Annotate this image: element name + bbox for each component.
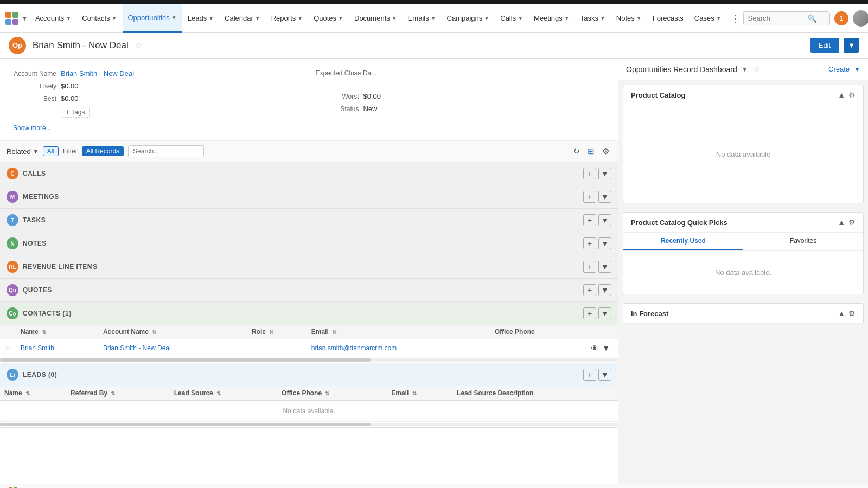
nav-contacts[interactable]: Contacts▼ [76,4,122,33]
nav-leads[interactable]: Leads▼ [182,4,219,33]
leads-more-button[interactable]: ▼ [598,369,611,381]
notification-badge[interactable]: 1 [834,11,848,25]
contacts-subpanel-header[interactable]: Co CONTACTS (1) + ▼ [0,302,618,325]
contacts-col-role[interactable]: Role ⇅ [247,325,307,339]
quotes-add-button[interactable]: + [583,284,596,296]
nav-more-button[interactable]: ⋮ [727,12,743,24]
worst-value: $0.00 [363,92,381,100]
contacts-col-name[interactable]: Name ⇅ [16,325,99,339]
nav-documents[interactable]: Documents▼ [349,4,403,33]
worst-row: Worst $0.00 [316,90,605,102]
right-panel-title: Opportunities Record Dashboard [626,65,737,74]
leads-col-description[interactable]: Lead Source Description [452,386,618,401]
meetings-more-button[interactable]: ▼ [598,191,611,203]
favorites-tab[interactable]: Favorites [743,233,863,250]
app-logo[interactable]: ▼ [4,11,28,26]
right-panel-title-arrow[interactable]: ▼ [742,66,748,73]
recently-used-tab[interactable]: Recently Used [623,233,743,250]
notes-add-button[interactable]: + [583,237,596,249]
create-button[interactable]: Create [828,65,850,73]
contacts-col-account[interactable]: Account Name ⇅ [99,325,247,339]
filter-all-badge[interactable]: All [43,146,59,156]
edit-dropdown-button[interactable]: ▼ [844,38,859,53]
leads-col-phone[interactable]: Office Phone ⇅ [277,386,387,401]
contacts-col-email[interactable]: Email ⇅ [307,325,490,339]
quotes-more-button[interactable]: ▼ [598,284,611,296]
show-more-link[interactable]: Show more... [13,120,605,132]
refresh-button[interactable]: ↻ [571,145,582,157]
tasks-add-button[interactable]: + [583,214,596,226]
nav-emails[interactable]: Emails▼ [403,4,442,33]
grid-view-button[interactable]: ⊞ [585,145,597,157]
leads-col-referred[interactable]: Referred By ⇅ [66,386,170,401]
nav-forecasts[interactable]: Forecasts [647,4,689,33]
nav-notes[interactable]: Notes▼ [611,4,647,33]
leads-col-name[interactable]: Name ⇅ [0,386,66,401]
quick-picks-settings-button[interactable]: ⚙ [848,218,856,227]
nav-tasks[interactable]: Tasks▼ [575,4,611,33]
nav-opportunities[interactable]: Opportunities▼ [123,4,182,33]
leads-col-lead-source[interactable]: Lead Source ⇅ [170,386,277,401]
right-panel-star-icon[interactable]: ☆ [752,64,760,74]
status-row: Status New [316,102,605,115]
user-avatar[interactable] [853,10,868,27]
nav-accounts[interactable]: Accounts▼ [30,4,76,33]
search-icon[interactable]: 🔍 [808,14,817,23]
tasks-more-button[interactable]: ▼ [598,214,611,226]
right-panel-header: Opportunities Record Dashboard ▼ ☆ Creat… [618,59,868,80]
revenue-line-items-more-button[interactable]: ▼ [598,261,611,273]
nav-quotes[interactable]: Quotes▼ [308,4,349,33]
contact-email-cell[interactable]: brian.smith@danmarcrm.com [307,339,490,357]
favorite-star-icon[interactable]: ☆ [135,40,143,50]
nav-calendar[interactable]: Calendar▼ [219,4,266,33]
calls-more-button[interactable]: ▼ [598,168,611,179]
contacts-more-button[interactable]: ▼ [598,307,611,319]
account-name-value[interactable]: Brian Smith - New Deal [61,69,134,78]
revenue-line-items-subpanel-header[interactable]: RL REVENUE LINE ITEMS + ▼ [0,255,618,278]
nav-meetings[interactable]: Meetings▼ [528,4,575,33]
filter-all-records-badge[interactable]: All Records [82,146,124,156]
contact-row-more-button[interactable]: ▼ [601,343,611,354]
in-forecast-settings-button[interactable]: ⚙ [848,309,856,318]
nav-reports[interactable]: Reports▼ [266,4,308,33]
search-input[interactable] [748,14,808,22]
nav-cases[interactable]: Cases▼ [689,4,727,33]
contacts-col-phone[interactable]: Office Phone [490,325,585,339]
product-catalog-widget-header: Product Catalog ▲ ⚙ [623,85,863,105]
in-forecast-collapse-button[interactable]: ▲ [838,309,845,318]
meetings-subpanel-header[interactable]: M MEETINGS + ▼ [0,185,618,208]
contact-view-button[interactable]: 👁 [590,343,599,354]
meetings-add-button[interactable]: + [583,191,596,203]
leads-table-wrap: Name ⇅ Referred By ⇅ Lead Source ⇅ [0,386,618,427]
revenue-line-items-add-button[interactable]: + [583,261,596,273]
nav-campaigns[interactable]: Campaigns▼ [442,4,495,33]
svg-rect-1 [12,12,18,18]
contacts-add-button[interactable]: + [583,307,596,319]
create-dropdown-button[interactable]: ▼ [854,66,860,73]
quotes-subpanel-header[interactable]: Qu QUOTES + ▼ [0,279,618,301]
subpanel-settings-button[interactable]: ⚙ [600,145,611,157]
tasks-subpanel-header[interactable]: T TASKS + ▼ [0,209,618,232]
contact-account-cell[interactable]: Brian Smith - New Deal [99,339,247,357]
edit-button[interactable]: Edit [810,38,839,53]
leads-subpanel-header[interactable]: Li LEADS (0) + ▼ [0,363,618,386]
product-catalog-settings-button[interactable]: ⚙ [848,91,856,99]
row-favorite-icon[interactable]: ☆ [4,344,11,352]
contact-name-cell[interactable]: Brian Smith [16,339,99,357]
quick-picks-collapse-button[interactable]: ▲ [838,218,845,227]
leads-col-email[interactable]: Email ⇅ [387,386,452,401]
calls-add-button[interactable]: + [583,168,596,179]
logo-dropdown-icon[interactable]: ▼ [22,15,28,22]
notes-more-button[interactable]: ▼ [598,237,611,249]
quotes-subpanel-title: QUOTES [23,286,52,294]
subpanel-search-input[interactable] [128,145,204,157]
tags-button[interactable]: + Tags [61,107,90,118]
leads-add-button[interactable]: + [583,369,596,381]
tasks-subpanel-title: TASKS [23,216,46,224]
product-catalog-collapse-button[interactable]: ▲ [838,91,845,99]
calls-subpanel-header[interactable]: C CALLS + ▼ [0,162,618,185]
notes-subpanel-header[interactable]: N NOTES + ▼ [0,232,618,255]
filter-related-button[interactable]: Related ▼ [7,147,39,156]
nav-calls[interactable]: Calls▼ [495,4,528,33]
product-catalog-widget-controls: ▲ ⚙ [838,91,856,99]
